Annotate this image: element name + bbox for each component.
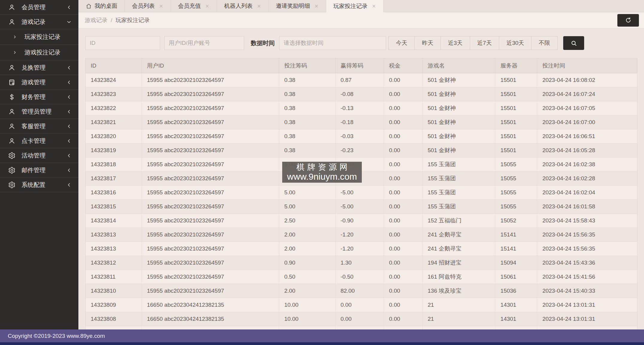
cell-bet-time: 2023-04-24 15:43:36 (537, 256, 637, 270)
sidebar-item[interactable]: 客服管理 (0, 119, 78, 134)
cell-server: 15501 (495, 129, 537, 143)
bet-records-table: ID 用户ID 投注筹码 赢得筹码 税金 游戏名 服务器 投注时间 (85, 58, 637, 329)
cell-tax: 0.00 (384, 115, 423, 129)
table-row[interactable]: 14323821 15955 abc2023021023264597 0.38 … (86, 115, 637, 129)
cell-server: 15501 (495, 73, 537, 87)
cell-user-id: 15955 abc2023021023264597 (142, 144, 279, 157)
watermark-title: 棋牌资源网 (294, 163, 350, 172)
cell-bet-chips: 2.00 (279, 242, 335, 256)
sidebar-item[interactable]: 游戏投注记录 (0, 45, 78, 60)
cell-id: 14323809 (86, 298, 142, 312)
tab[interactable]: 会员充值 (171, 0, 217, 12)
quick-date-button[interactable]: 今天 (388, 36, 415, 50)
table-row[interactable]: 14323811 15955 abc2023021023264597 0.50 … (86, 270, 637, 284)
sidebar-item[interactable]: 游戏管理 (0, 75, 78, 90)
tab[interactable]: 邀请奖励明细 (269, 0, 326, 12)
search-button[interactable] (563, 36, 584, 50)
chevron-left-icon (66, 182, 72, 188)
sidebar-item[interactable]: 兑换管理 (0, 60, 78, 75)
refresh-icon (625, 17, 632, 24)
table-row[interactable]: 14323820 15955 abc2023021023264597 0.38 … (86, 129, 637, 144)
tab[interactable]: 玩家投注记录 (326, 0, 384, 12)
sidebar-item[interactable]: 游戏记录 (0, 15, 78, 29)
quick-date-button[interactable]: 近30天 (499, 36, 531, 50)
date-filter-input[interactable] (279, 36, 386, 50)
table-row[interactable]: 14323813 15955 abc2023021023264597 2.00 … (86, 228, 637, 242)
cell-bet-time: 2023-04-24 16:02:04 (537, 186, 637, 199)
sidebar-item[interactable]: 管理员管理 (0, 104, 78, 119)
table-row[interactable]: 14323809 16650 abc2023042412382135 10.00… (86, 298, 637, 312)
close-icon[interactable] (314, 4, 319, 8)
cell-win-chips (335, 326, 384, 329)
cell-bet-time: 2023-04-24 16:02:28 (537, 172, 637, 185)
sidebar-item[interactable]: 邮件管理 (0, 163, 78, 178)
sidebar-item[interactable]: 活动管理 (0, 148, 78, 163)
cell-id: 14323821 (86, 115, 142, 129)
table-row[interactable]: 14323815 15955 abc2023021023264597 5.00 … (86, 200, 637, 214)
table-row[interactable]: 14323808 16650 abc2023042412382135 10.00… (86, 312, 637, 326)
quick-date-button[interactable]: 近3天 (441, 36, 470, 50)
tab[interactable]: 我的桌面 (78, 0, 125, 12)
cell-bet-chips: 10.00 (279, 312, 335, 326)
close-icon[interactable] (205, 4, 209, 8)
table-row[interactable]: 14323813 15955 abc2023021023264597 2.00 … (86, 242, 637, 256)
refresh-button[interactable] (617, 14, 639, 27)
breadcrumb-parent[interactable]: 游戏记录 (85, 16, 107, 24)
cell-win-chips: 82.00 (335, 284, 384, 298)
cell-id: 14323811 (86, 270, 142, 284)
user-filter-input[interactable] (164, 36, 244, 50)
sidebar-item[interactable]: 财务管理 (0, 90, 78, 104)
cell-win-chips: -0.90 (335, 214, 384, 228)
table-row[interactable] (86, 326, 637, 329)
cell-tax: 0.00 (384, 186, 423, 199)
close-icon[interactable] (257, 4, 261, 8)
tab[interactable]: 会员列表 (125, 0, 171, 12)
cell-id: 14323817 (86, 172, 142, 185)
id-filter-input[interactable] (85, 36, 160, 50)
close-icon[interactable] (159, 4, 163, 8)
sidebar-item[interactable]: 系统配置 (0, 178, 78, 192)
cell-game-name: 501 金财神 (423, 101, 495, 115)
cell-bet-time: 2023-04-24 16:06:51 (537, 129, 637, 143)
sidebar-item[interactable]: 玩家投注记录 (0, 29, 78, 45)
cell-id: 14323819 (86, 144, 142, 157)
quick-date-button[interactable]: 近7天 (470, 36, 499, 50)
cell-user-id: 15955 abc2023021023264597 (142, 158, 279, 171)
cell-user-id: 15955 abc2023021023264597 (142, 129, 279, 143)
table-row[interactable]: 14323824 15955 abc2023021023264597 0.38 … (86, 73, 637, 87)
quick-date-button[interactable]: 昨天 (414, 36, 441, 50)
chevron-right-icon (13, 50, 17, 55)
cell-bet-time: 2023-04-24 13:01:31 (537, 298, 637, 312)
cell-win-chips: -0.13 (335, 101, 384, 115)
cell-tax: 0.00 (384, 284, 423, 298)
sidebar-item[interactable]: 会员管理 (0, 0, 78, 15)
cell-id: 14323815 (86, 200, 142, 213)
sidebar-item-label: 系统配置 (22, 181, 45, 189)
cell-server: 15501 (495, 87, 537, 101)
table-row[interactable]: 14323816 15955 abc2023021023264597 5.00 … (86, 186, 637, 200)
cell-win-chips: -0.50 (335, 270, 384, 284)
cell-tax: 0.00 (384, 87, 423, 101)
cell-server: 15094 (495, 256, 537, 270)
cell-user-id (142, 326, 279, 329)
table-row[interactable]: 14323810 15955 abc2023021023264597 2.00 … (86, 284, 637, 298)
table-row[interactable]: 14323814 15955 abc2023021023264597 2.50 … (86, 214, 637, 228)
sidebar-item-label: 点卡管理 (22, 137, 45, 145)
cell-id: 14323822 (86, 101, 142, 115)
table-row[interactable]: 14323819 15955 abc2023021023264597 0.38 … (86, 144, 637, 158)
table-row[interactable]: 14323812 15955 abc2023021023264597 0.90 … (86, 256, 637, 270)
cell-user-id: 15955 abc2023021023264597 (142, 228, 279, 242)
quick-date-button[interactable]: 不限 (531, 36, 558, 50)
table-row[interactable]: 14323823 15955 abc2023021023264597 0.38 … (86, 87, 637, 101)
date-filter-label: 数据时间 (251, 39, 275, 47)
sidebar-item-label: 管理员管理 (22, 108, 51, 116)
close-icon[interactable] (372, 4, 376, 8)
tab[interactable]: 机器人列表 (217, 0, 269, 12)
sidebar-item[interactable]: 点卡管理 (0, 134, 78, 148)
table-row[interactable]: 14323822 15955 abc2023021023264597 0.38 … (86, 101, 637, 115)
cell-win-chips: -1.20 (335, 228, 384, 242)
cell-id (86, 326, 142, 329)
table-header-cell: 服务器 (495, 58, 537, 73)
cell-tax: 0.00 (384, 172, 423, 185)
chevron-left-icon (66, 138, 72, 144)
